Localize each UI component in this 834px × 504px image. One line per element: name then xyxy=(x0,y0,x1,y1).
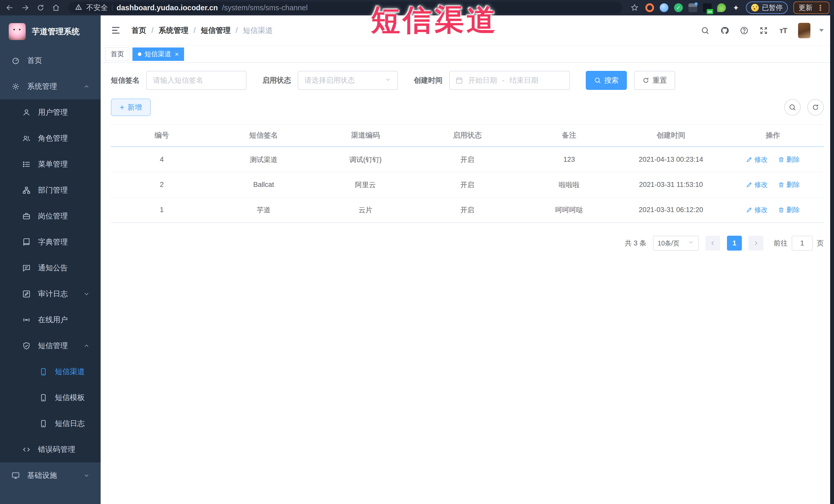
delete-label: 删除 xyxy=(787,205,800,214)
sidebar-item-post-management[interactable]: 岗位管理 xyxy=(0,203,101,229)
extension-icon-grid[interactable] xyxy=(688,3,697,12)
phone-icon xyxy=(39,419,48,428)
cell-remark: 呵呵呵哒 xyxy=(518,197,620,222)
sidebar-item-infrastructure[interactable]: 基础设施 xyxy=(0,462,101,488)
browser-reload-button[interactable] xyxy=(36,3,46,13)
profile-paused-chip[interactable]: 已暂停 xyxy=(746,2,788,14)
column-header-signature: 短信签名 xyxy=(213,125,315,146)
github-icon[interactable] xyxy=(720,26,729,35)
security-label[interactable]: 不安全 xyxy=(86,3,108,13)
sidebar-item-sms-management[interactable]: 短信管理 xyxy=(0,333,101,359)
browser-back-button[interactable] xyxy=(5,3,15,13)
edit-link[interactable]: 修改 xyxy=(746,205,768,214)
help-icon[interactable] xyxy=(740,26,749,35)
toggle-search-button[interactable] xyxy=(784,99,800,115)
sidebar-item-label: 短信管理 xyxy=(38,341,68,351)
next-page-button[interactable] xyxy=(748,236,763,250)
refresh-icon xyxy=(642,77,650,84)
monitor-icon xyxy=(11,471,20,480)
arrow-left-icon xyxy=(6,4,14,12)
extension-icon-orange-ring[interactable] xyxy=(645,3,654,12)
extension-icon-green-check[interactable]: ✓ xyxy=(674,3,683,12)
tab-label: 短信渠道 xyxy=(145,49,171,59)
search-button[interactable]: 搜索 xyxy=(586,71,627,90)
close-icon[interactable]: × xyxy=(175,51,179,58)
browser-update-button[interactable]: 更新 ⋮ xyxy=(793,2,829,14)
search-icon[interactable] xyxy=(701,26,710,35)
sidebar-item-label: 菜单管理 xyxy=(38,159,68,170)
sidebar-logo-row[interactable]: 芋道管理系统 xyxy=(0,16,101,47)
breadcrumb-home[interactable]: 首页 xyxy=(131,25,146,36)
sidebar-item-sms-channel[interactable]: 短信渠道 xyxy=(0,359,101,385)
column-header-id: 编号 xyxy=(111,125,213,146)
column-header-code: 渠道编码 xyxy=(314,125,416,146)
edit-link[interactable]: 修改 xyxy=(746,155,768,164)
browser-home-button[interactable] xyxy=(51,3,61,13)
breadcrumb-sms[interactable]: 短信管理 xyxy=(201,25,231,36)
table-row[interactable]: 1 芋道 云片 开启 呵呵呵哒 2021-03-31 06:12:20 修改 删… xyxy=(111,197,824,223)
sidebar-item-online-users[interactable]: 在线用户 xyxy=(0,307,101,333)
bookmark-star-icon[interactable] xyxy=(630,3,640,13)
delete-link[interactable]: 删除 xyxy=(778,180,800,189)
chevron-down-icon xyxy=(385,76,391,85)
breadcrumb: 首页 / 系统管理 / 短信管理 / 短信渠道 xyxy=(131,25,272,36)
extension-icon-dark-card[interactable]: on xyxy=(703,3,711,12)
sidebar-item-dict-management[interactable]: 字典管理 xyxy=(0,229,101,255)
extension-icon-meeple[interactable]: ✦ xyxy=(731,3,740,12)
extension-icon-sprout[interactable] xyxy=(717,3,726,12)
table-row[interactable]: 4 测试渠道 调试(钉钉) 开启 123 2021-04-13 00:23:14… xyxy=(111,147,824,172)
cell-actions: 修改 删除 xyxy=(722,197,824,222)
extension-icon-blue-drop[interactable] xyxy=(660,3,668,12)
date-range-picker[interactable]: 开始日期 - 结束日期 xyxy=(449,71,570,90)
chevron-down-icon xyxy=(687,239,694,247)
sidebar-item-home[interactable]: 首页 xyxy=(0,47,101,73)
sidebar-item-sms-log[interactable]: 短信日志 xyxy=(0,411,101,437)
book-icon xyxy=(22,238,31,246)
signature-input[interactable] xyxy=(146,71,246,90)
goto-page-input[interactable] xyxy=(792,236,813,250)
fullscreen-icon[interactable] xyxy=(759,26,768,35)
tab-home[interactable]: 首页 xyxy=(105,47,129,61)
add-button[interactable]: + 新增 xyxy=(111,98,151,116)
delete-link[interactable]: 删除 xyxy=(778,155,800,164)
refresh-table-button[interactable] xyxy=(807,99,824,115)
browser-forward-button[interactable] xyxy=(20,3,30,13)
sidebar-item-menu-management[interactable]: 菜单管理 xyxy=(0,151,101,177)
page-size-select[interactable]: 10条/页 xyxy=(653,236,699,250)
prev-page-button[interactable] xyxy=(705,236,720,250)
status-select[interactable]: 请选择启用状态 xyxy=(298,71,398,90)
tab-sms-channel[interactable]: 短信渠道 × xyxy=(132,47,184,61)
sidebar-item-user-management[interactable]: 用户管理 xyxy=(0,100,101,125)
sidebar-item-error-code-management[interactable]: 错误码管理 xyxy=(0,437,101,462)
url-path[interactable]: /system/sms/sms-channel xyxy=(222,4,308,12)
signature-label: 短信签名 xyxy=(111,75,140,85)
sidebar-item-audit-log[interactable]: 审计日志 xyxy=(0,281,101,307)
cell-status: 开启 xyxy=(416,197,518,222)
edit-link[interactable]: 修改 xyxy=(746,180,768,189)
sidebar-item-role-management[interactable]: 角色管理 xyxy=(0,125,101,151)
reset-button[interactable]: 重置 xyxy=(634,71,675,90)
address-bar[interactable]: 不安全 dashboard.yudao.iocoder.cn /system/s… xyxy=(68,2,622,14)
breadcrumb-system[interactable]: 系统管理 xyxy=(159,25,189,36)
page-number-1[interactable]: 1 xyxy=(727,236,742,250)
refresh-icon xyxy=(812,104,819,111)
avatar[interactable] xyxy=(798,23,810,38)
sidebar-item-department-management[interactable]: 部门管理 xyxy=(0,177,101,203)
delete-link[interactable]: 删除 xyxy=(778,205,800,214)
breadcrumb-separator: / xyxy=(194,26,196,35)
kebab-menu-icon[interactable]: ⋮ xyxy=(816,3,824,12)
browser-scrollbar[interactable] xyxy=(830,16,834,504)
font-size-icon[interactable]: тT xyxy=(778,26,788,35)
status-select-placeholder: 请选择启用状态 xyxy=(304,75,355,85)
cell-created: 2021-03-31 11:53:10 xyxy=(620,172,722,197)
hamburger-icon[interactable] xyxy=(111,25,121,36)
sidebar-item-system-management[interactable]: 系统管理 xyxy=(0,73,101,100)
page-content: 短信签名 启用状态 请选择启用状态 创建时间 开始日期 - 结束日期 xyxy=(101,63,834,504)
table-row[interactable]: 2 Ballcat 阿里云 开启 啦啦啦 2021-03-31 11:53:10… xyxy=(111,172,824,197)
url-host[interactable]: dashboard.yudao.iocoder.cn xyxy=(116,4,218,12)
sidebar-item-sms-template[interactable]: 短信模板 xyxy=(0,385,101,411)
caret-down-icon[interactable] xyxy=(819,29,824,32)
paused-label: 已暂停 xyxy=(762,3,783,12)
sidebar-item-label: 系统管理 xyxy=(27,81,57,92)
sidebar-item-notice[interactable]: 通知公告 xyxy=(0,255,101,281)
